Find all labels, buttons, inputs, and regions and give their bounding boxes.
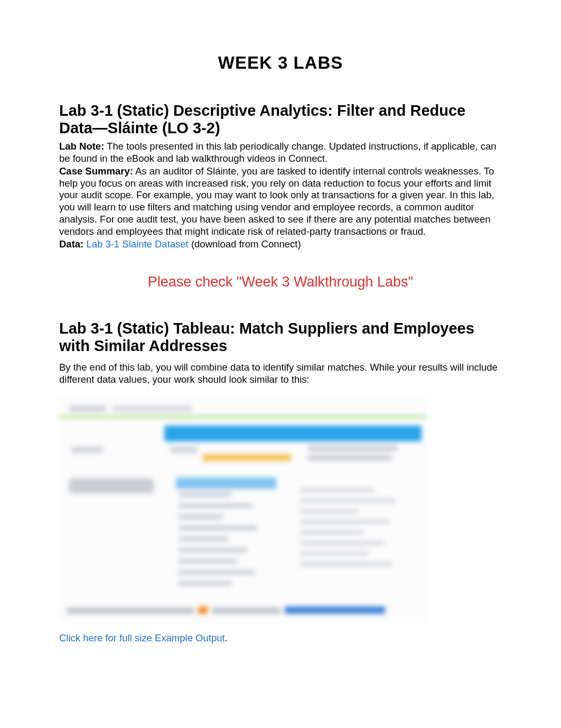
line-placeholder	[179, 503, 253, 508]
line-placeholder	[300, 562, 392, 566]
left-label	[71, 447, 103, 453]
line-placeholder	[300, 551, 369, 556]
right-top-block	[307, 446, 408, 460]
bottom-blue	[285, 606, 385, 614]
example-output-caption: Click here for full size Example Output.	[59, 632, 502, 644]
line-placeholder	[300, 520, 390, 524]
yellow-pill	[202, 454, 291, 461]
line-placeholder	[300, 509, 358, 513]
active-tab-underline	[60, 416, 427, 418]
lab-3-1-tableau-heading: Lab 3-1 (Static) Tableau: Match Supplier…	[59, 320, 502, 355]
line-placeholder	[179, 559, 237, 564]
tab-row	[69, 406, 417, 416]
tableau-intro-text: By the end of this lab, you will combine…	[59, 362, 502, 386]
case-summary-label: Case Summary:	[59, 165, 133, 177]
line-placeholder	[179, 548, 247, 552]
walkthrough-notice: Please check "Week 3 Walkthrough Labs"	[59, 274, 502, 290]
mid-lines	[179, 492, 279, 586]
left-block	[69, 478, 154, 493]
line-placeholder	[300, 488, 374, 492]
page-title: WEEK 3 LABS	[59, 53, 502, 73]
bottom-placeholder	[212, 607, 280, 614]
tab-placeholder	[113, 406, 192, 412]
lab-3-1-heading: Lab 3-1 (Static) Descriptive Analytics: …	[59, 102, 502, 137]
right-lines	[300, 488, 411, 566]
blue-pill	[176, 477, 276, 489]
line-placeholder	[179, 492, 231, 497]
header-bar	[164, 426, 422, 441]
data-label: Data:	[59, 238, 83, 250]
case-summary-paragraph: Case Summary: As an auditor of Sláinte, …	[59, 165, 502, 238]
lab-note-label: Lab Note:	[59, 141, 104, 152]
caption-period: .	[225, 632, 228, 643]
dataset-link[interactable]: Lab 3-1 Slainte Dataset	[83, 238, 189, 250]
line-placeholder	[307, 455, 392, 460]
mid-label	[171, 447, 197, 453]
line-placeholder	[300, 530, 363, 535]
bottom-orange	[198, 606, 208, 614]
line-placeholder	[300, 499, 395, 503]
example-output-figure	[59, 398, 502, 621]
data-paragraph: Data: Lab 3-1 Slainte Dataset (download …	[59, 238, 502, 251]
line-placeholder	[179, 570, 255, 575]
tab-placeholder	[69, 406, 106, 412]
lab-note-text: The tools presented in this lab periodic…	[59, 141, 496, 164]
line-placeholder	[179, 514, 223, 519]
line-placeholder	[179, 526, 258, 530]
example-output-link[interactable]: Click here for full size Example Output	[59, 632, 225, 643]
lab-note-paragraph: Lab Note: The tools presented in this la…	[59, 141, 502, 165]
line-placeholder	[179, 581, 231, 586]
bottom-row	[67, 598, 419, 614]
example-output-image	[59, 398, 427, 621]
line-placeholder	[307, 446, 397, 451]
line-placeholder	[300, 541, 385, 545]
bottom-placeholder	[67, 607, 194, 614]
data-after-text: (download from Connect)	[189, 238, 301, 250]
line-placeholder	[179, 537, 229, 541]
